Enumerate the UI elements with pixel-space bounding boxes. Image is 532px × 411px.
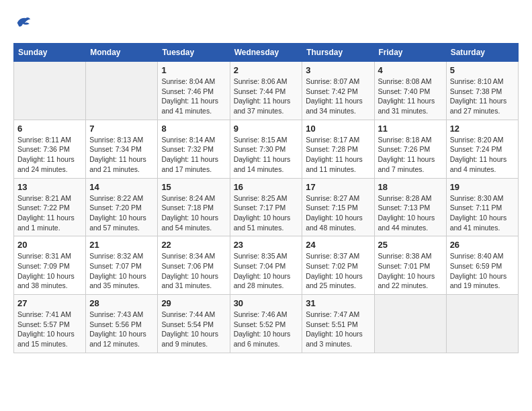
calendar-cell: 13Sunrise: 8:21 AM Sunset: 7:22 PM Dayli…: [14, 178, 86, 236]
calendar-week-row: 20Sunrise: 8:31 AM Sunset: 7:09 PM Dayli…: [14, 236, 519, 295]
calendar-cell: 28Sunrise: 7:43 AM Sunset: 5:56 PM Dayli…: [86, 295, 158, 353]
logo-bird-icon: [13, 13, 32, 32]
calendar-cell: 27Sunrise: 7:41 AM Sunset: 5:57 PM Dayli…: [14, 295, 86, 353]
day-number: 23: [234, 240, 299, 250]
calendar-cell: 18Sunrise: 8:28 AM Sunset: 7:13 PM Dayli…: [374, 178, 446, 236]
day-number: 15: [161, 182, 226, 192]
day-number: 6: [17, 124, 82, 134]
calendar-cell: 5Sunrise: 8:10 AM Sunset: 7:38 PM Daylig…: [446, 62, 518, 120]
day-info: Sunrise: 7:41 AM Sunset: 5:57 PM Dayligh…: [17, 310, 82, 349]
day-info: Sunrise: 8:04 AM Sunset: 7:46 PM Dayligh…: [161, 77, 226, 116]
calendar-cell: 12Sunrise: 8:20 AM Sunset: 7:24 PM Dayli…: [446, 120, 518, 178]
day-info: Sunrise: 8:27 AM Sunset: 7:15 PM Dayligh…: [306, 193, 370, 233]
day-info: Sunrise: 8:35 AM Sunset: 7:04 PM Dayligh…: [234, 251, 299, 291]
day-info: Sunrise: 8:10 AM Sunset: 7:38 PM Dayligh…: [450, 77, 515, 116]
calendar-cell: 1Sunrise: 8:04 AM Sunset: 7:46 PM Daylig…: [158, 62, 230, 120]
calendar-cell: [446, 295, 518, 353]
column-header-monday: Monday: [86, 44, 158, 62]
day-info: Sunrise: 8:30 AM Sunset: 7:11 PM Dayligh…: [450, 193, 515, 233]
day-info: Sunrise: 7:47 AM Sunset: 5:51 PM Dayligh…: [306, 310, 370, 349]
day-info: Sunrise: 8:25 AM Sunset: 7:17 PM Dayligh…: [234, 193, 299, 233]
calendar-cell: 9Sunrise: 8:15 AM Sunset: 7:30 PM Daylig…: [230, 120, 302, 178]
column-header-tuesday: Tuesday: [158, 44, 230, 62]
day-number: 2: [234, 65, 299, 75]
calendar-cell: 4Sunrise: 8:08 AM Sunset: 7:40 PM Daylig…: [374, 62, 446, 120]
calendar-cell: 19Sunrise: 8:30 AM Sunset: 7:11 PM Dayli…: [446, 178, 518, 236]
column-header-saturday: Saturday: [446, 44, 518, 62]
day-info: Sunrise: 8:20 AM Sunset: 7:24 PM Dayligh…: [450, 135, 515, 175]
day-number: 20: [17, 240, 82, 250]
day-info: Sunrise: 8:17 AM Sunset: 7:28 PM Dayligh…: [306, 135, 370, 175]
day-number: 16: [234, 182, 299, 192]
day-info: Sunrise: 8:34 AM Sunset: 7:06 PM Dayligh…: [161, 251, 226, 291]
calendar-cell: 8Sunrise: 8:14 AM Sunset: 7:32 PM Daylig…: [158, 120, 230, 178]
calendar-week-row: 6Sunrise: 8:11 AM Sunset: 7:36 PM Daylig…: [14, 120, 519, 178]
day-info: Sunrise: 8:18 AM Sunset: 7:26 PM Dayligh…: [378, 135, 443, 175]
day-number: 21: [89, 240, 154, 250]
calendar-cell: 16Sunrise: 8:25 AM Sunset: 7:17 PM Dayli…: [230, 178, 302, 236]
day-info: Sunrise: 8:14 AM Sunset: 7:32 PM Dayligh…: [161, 135, 226, 175]
day-number: 8: [161, 124, 226, 134]
day-info: Sunrise: 8:40 AM Sunset: 6:59 PM Dayligh…: [450, 251, 515, 291]
day-number: 4: [378, 65, 443, 75]
day-number: 18: [378, 182, 443, 192]
day-number: 5: [450, 65, 515, 75]
day-number: 24: [306, 240, 370, 250]
day-number: 28: [89, 298, 154, 308]
day-number: 22: [161, 240, 226, 250]
calendar-cell: 25Sunrise: 8:38 AM Sunset: 7:01 PM Dayli…: [374, 236, 446, 295]
calendar-cell: 14Sunrise: 8:22 AM Sunset: 7:20 PM Dayli…: [86, 178, 158, 236]
day-number: 17: [306, 182, 370, 192]
calendar-cell: 31Sunrise: 7:47 AM Sunset: 5:51 PM Dayli…: [302, 295, 374, 353]
calendar-cell: 24Sunrise: 8:37 AM Sunset: 7:02 PM Dayli…: [302, 236, 374, 295]
calendar-cell: 22Sunrise: 8:34 AM Sunset: 7:06 PM Dayli…: [158, 236, 230, 295]
day-info: Sunrise: 7:43 AM Sunset: 5:56 PM Dayligh…: [89, 310, 154, 349]
calendar-cell: 20Sunrise: 8:31 AM Sunset: 7:09 PM Dayli…: [14, 236, 86, 295]
calendar-cell: 21Sunrise: 8:32 AM Sunset: 7:07 PM Dayli…: [86, 236, 158, 295]
calendar-cell: 17Sunrise: 8:27 AM Sunset: 7:15 PM Dayli…: [302, 178, 374, 236]
calendar-cell: [86, 62, 158, 120]
calendar-cell: 30Sunrise: 7:46 AM Sunset: 5:52 PM Dayli…: [230, 295, 302, 353]
day-info: Sunrise: 8:08 AM Sunset: 7:40 PM Dayligh…: [378, 77, 443, 116]
calendar-cell: [374, 295, 446, 353]
day-number: 3: [306, 65, 370, 75]
day-number: 30: [234, 298, 299, 308]
day-number: 14: [89, 182, 154, 192]
calendar-cell: 29Sunrise: 7:44 AM Sunset: 5:54 PM Dayli…: [158, 295, 230, 353]
calendar-week-row: 1Sunrise: 8:04 AM Sunset: 7:46 PM Daylig…: [14, 62, 519, 120]
day-number: 12: [450, 124, 515, 134]
day-number: 27: [17, 298, 82, 308]
day-info: Sunrise: 8:32 AM Sunset: 7:07 PM Dayligh…: [89, 251, 154, 291]
column-header-friday: Friday: [374, 44, 446, 62]
day-number: 25: [378, 240, 443, 250]
day-number: 13: [17, 182, 82, 192]
calendar-cell: 2Sunrise: 8:06 AM Sunset: 7:44 PM Daylig…: [230, 62, 302, 120]
calendar-cell: 23Sunrise: 8:35 AM Sunset: 7:04 PM Dayli…: [230, 236, 302, 295]
day-number: 31: [306, 298, 370, 308]
day-number: 1: [161, 65, 226, 75]
calendar-week-row: 13Sunrise: 8:21 AM Sunset: 7:22 PM Dayli…: [14, 178, 519, 236]
day-info: Sunrise: 8:07 AM Sunset: 7:42 PM Dayligh…: [306, 77, 370, 116]
day-info: Sunrise: 8:31 AM Sunset: 7:09 PM Dayligh…: [17, 251, 82, 291]
calendar-cell: 10Sunrise: 8:17 AM Sunset: 7:28 PM Dayli…: [302, 120, 374, 178]
day-info: Sunrise: 7:46 AM Sunset: 5:52 PM Dayligh…: [234, 310, 299, 349]
day-info: Sunrise: 8:21 AM Sunset: 7:22 PM Dayligh…: [17, 193, 82, 233]
day-info: Sunrise: 8:11 AM Sunset: 7:36 PM Dayligh…: [17, 135, 82, 175]
day-number: 11: [378, 124, 443, 134]
calendar-table: SundayMondayTuesdayWednesdayThursdayFrid…: [13, 43, 519, 353]
calendar-cell: 26Sunrise: 8:40 AM Sunset: 6:59 PM Dayli…: [446, 236, 518, 295]
calendar-cell: 15Sunrise: 8:24 AM Sunset: 7:18 PM Dayli…: [158, 178, 230, 236]
day-info: Sunrise: 8:06 AM Sunset: 7:44 PM Dayligh…: [234, 77, 299, 116]
calendar-header-row: SundayMondayTuesdayWednesdayThursdayFrid…: [14, 44, 519, 62]
day-info: Sunrise: 8:13 AM Sunset: 7:34 PM Dayligh…: [89, 135, 154, 175]
calendar-cell: [14, 62, 86, 120]
column-header-sunday: Sunday: [14, 44, 86, 62]
calendar-cell: 3Sunrise: 8:07 AM Sunset: 7:42 PM Daylig…: [302, 62, 374, 120]
calendar-cell: 6Sunrise: 8:11 AM Sunset: 7:36 PM Daylig…: [14, 120, 86, 178]
day-number: 10: [306, 124, 370, 134]
calendar-week-row: 27Sunrise: 7:41 AM Sunset: 5:57 PM Dayli…: [14, 295, 519, 353]
day-number: 26: [450, 240, 515, 250]
logo: [13, 13, 36, 32]
column-header-thursday: Thursday: [302, 44, 374, 62]
day-number: 9: [234, 124, 299, 134]
